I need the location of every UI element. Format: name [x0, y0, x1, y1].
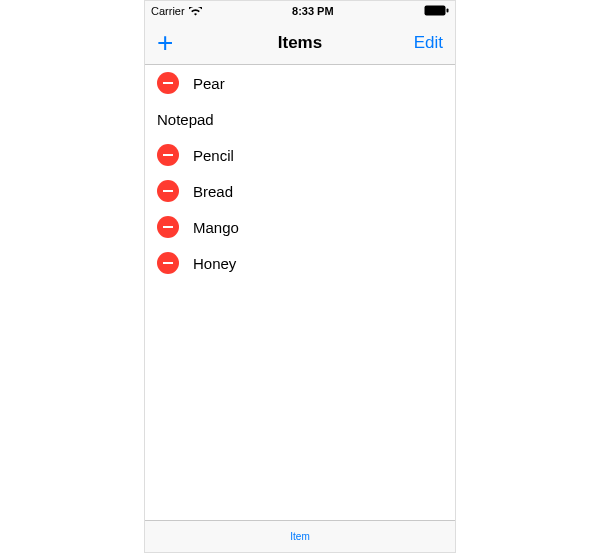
status-left: Carrier	[151, 5, 202, 17]
edit-button[interactable]: Edit	[414, 33, 443, 53]
delete-icon[interactable]	[157, 252, 179, 274]
list-item[interactable]: Notepad	[145, 101, 455, 137]
status-right	[424, 5, 449, 18]
item-label: Pear	[193, 75, 225, 92]
svg-rect-1	[446, 8, 448, 12]
carrier-label: Carrier	[151, 5, 185, 17]
list-item[interactable]: Pencil	[145, 137, 455, 173]
minus-icon	[163, 154, 173, 156]
nav-left: +	[157, 29, 197, 57]
item-label: Notepad	[157, 111, 214, 128]
battery-icon	[424, 5, 449, 16]
delete-icon[interactable]	[157, 180, 179, 202]
items-list[interactable]: Pear Notepad Pencil Bread Mango Honey	[145, 65, 455, 520]
status-bar: Carrier 8:33 PM	[145, 1, 455, 21]
status-time: 8:33 PM	[292, 5, 334, 17]
delete-icon[interactable]	[157, 144, 179, 166]
svg-rect-0	[424, 5, 445, 15]
list-item[interactable]: Bread	[145, 173, 455, 209]
add-button[interactable]: +	[157, 29, 173, 57]
list-item[interactable]: Mango	[145, 209, 455, 245]
minus-icon	[163, 262, 173, 264]
item-label: Pencil	[193, 147, 234, 164]
delete-icon[interactable]	[157, 72, 179, 94]
list-item[interactable]: Honey	[145, 245, 455, 281]
navigation-bar: + Items Edit	[145, 21, 455, 65]
nav-right: Edit	[403, 33, 443, 53]
item-label: Honey	[193, 255, 236, 272]
delete-icon[interactable]	[157, 216, 179, 238]
minus-icon	[163, 226, 173, 228]
item-label: Mango	[193, 219, 239, 236]
bottom-toolbar: Item	[145, 520, 455, 552]
minus-icon	[163, 190, 173, 192]
minus-icon	[163, 82, 173, 84]
list-item[interactable]: Pear	[145, 65, 455, 101]
toolbar-item-button[interactable]: Item	[290, 531, 309, 542]
device-frame: Carrier 8:33 PM + Items Edit	[144, 0, 456, 553]
item-label: Bread	[193, 183, 233, 200]
wifi-icon	[189, 7, 202, 16]
